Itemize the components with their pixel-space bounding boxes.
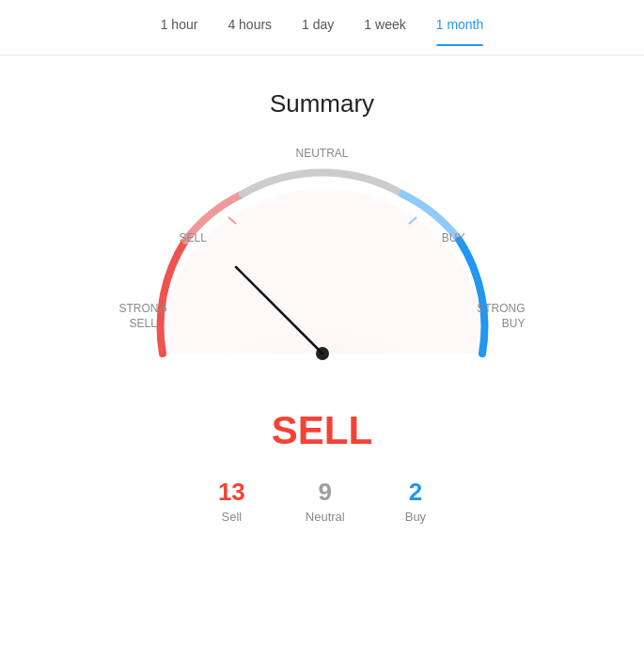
buy-count: 2 bbox=[409, 480, 422, 504]
sell-count: 13 bbox=[218, 480, 245, 504]
tab-1w[interactable]: 1 week bbox=[364, 17, 405, 45]
signal-text: SELL bbox=[272, 408, 372, 453]
buy-label: Buy bbox=[405, 510, 426, 524]
label-strong-buy: STRONGBUY bbox=[477, 302, 525, 331]
neutral-label: Neutral bbox=[306, 510, 345, 524]
sell-label: Sell bbox=[221, 510, 242, 524]
tab-4h[interactable]: 4 hours bbox=[228, 17, 272, 45]
stat-neutral: 9 Neutral bbox=[306, 480, 345, 524]
label-buy: BUY bbox=[442, 231, 465, 244]
tab-1h[interactable]: 1 hour bbox=[161, 17, 198, 45]
stat-sell: 13 Sell bbox=[218, 480, 245, 524]
neutral-count: 9 bbox=[319, 480, 332, 504]
tab-1m[interactable]: 1 month bbox=[436, 17, 484, 45]
label-neutral: NEUTRAL bbox=[295, 147, 348, 160]
tab-bar: 1 hour 4 hours 1 day 1 week 1 month bbox=[0, 0, 644, 55]
gauge-svg bbox=[116, 147, 529, 391]
main-content: Summary NEUTRAL SELL STRONGSELL BUY STRO… bbox=[0, 55, 644, 524]
stats-row: 13 Sell 9 Neutral 2 Buy bbox=[218, 480, 426, 524]
label-sell: SELL bbox=[180, 231, 207, 244]
tab-1d[interactable]: 1 day bbox=[302, 17, 334, 45]
stat-buy: 2 Buy bbox=[405, 480, 426, 524]
gauge-container: NEUTRAL SELL STRONGSELL BUY STRONGBUY bbox=[116, 147, 529, 391]
summary-title: Summary bbox=[270, 89, 374, 118]
label-strong-sell: STRONGSELL bbox=[119, 302, 167, 331]
